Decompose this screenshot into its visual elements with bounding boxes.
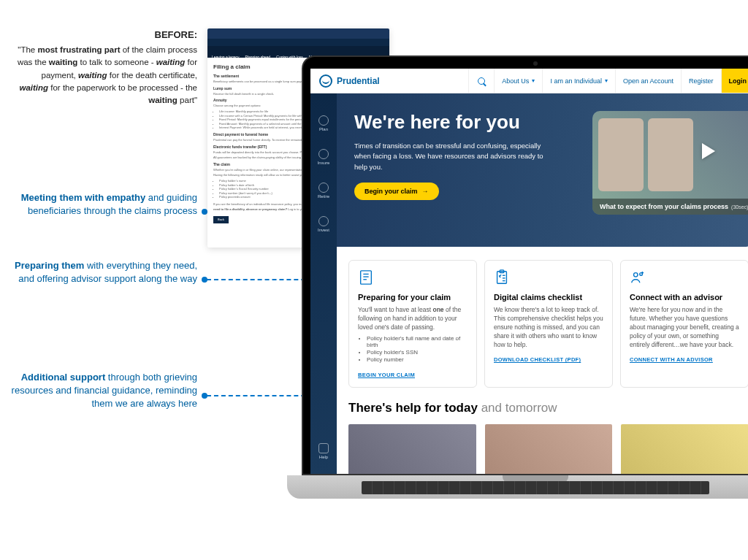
search-icon — [478, 77, 485, 85]
chevron-down-icon: ▾ — [532, 77, 535, 84]
before-label: BEFORE: — [155, 29, 198, 40]
card-title: Connect with an advisor — [630, 293, 739, 302]
callout-support: Additional support through both grieving… — [7, 371, 197, 411]
retire-icon — [318, 183, 329, 193]
svg-point-11 — [634, 273, 638, 277]
begin-claim-button[interactable]: Begin your claim→ — [354, 183, 439, 200]
sidebar: Plan Insure Retire Invest Help — [310, 93, 337, 474]
help-heading: There's help for today and tomorrow — [348, 401, 748, 415]
sidebar-item-help[interactable]: Help — [318, 443, 329, 459]
sidebar-item-insure[interactable]: Insure — [318, 149, 330, 165]
hero-body: Times of transition can be stressful and… — [354, 141, 544, 172]
camera-dot — [533, 61, 538, 66]
search-button[interactable] — [468, 69, 494, 93]
checklist-icon — [494, 269, 510, 287]
brand[interactable]: Prudential — [310, 74, 389, 88]
card-bullets: Policy holder's full name and date of bi… — [367, 335, 468, 363]
cards-row: Preparing for your claim You'll want to … — [337, 247, 748, 401]
sidebar-item-retire[interactable]: Retire — [318, 183, 329, 199]
help-image-grieving[interactable] — [348, 424, 476, 474]
top-nav: Prudential About Us▾ I am an Individual▾… — [310, 69, 748, 93]
card-body: You'll want to have at least one of the … — [358, 306, 468, 332]
card-link-connect-advisor[interactable]: CONNECT WITH AN ADVISOR — [630, 356, 713, 363]
card-advisor: Connect with an advisor We're here for y… — [620, 260, 748, 388]
svg-rect-0 — [361, 271, 372, 284]
before-quote: "The most frustrating part of the claim … — [11, 44, 197, 107]
help-image-support[interactable] — [621, 424, 748, 474]
document-icon — [358, 269, 374, 287]
help-section: There's help for today and tomorrow — [337, 401, 748, 474]
card-title: Digital claims checklist — [494, 293, 603, 302]
laptop-mockup: Prudential About Us▾ I am an Individual▾… — [302, 55, 748, 499]
card-link-download-checklist[interactable]: DOWNLOAD CHECKLIST (PDF) — [494, 356, 581, 363]
advisor-icon — [630, 269, 646, 287]
nav-persona-selector[interactable]: I am an Individual▾ — [542, 69, 615, 93]
laptop-keyboard — [287, 475, 748, 499]
nav-about-us[interactable]: About Us▾ — [494, 69, 542, 93]
video-caption: What to expect from your claims process(… — [592, 199, 748, 215]
nav-register[interactable]: Register — [681, 69, 721, 93]
help-icon — [318, 443, 329, 453]
invest-icon — [318, 216, 329, 226]
sidebar-item-plan[interactable]: Plan — [318, 115, 329, 131]
help-image-guidance[interactable] — [485, 424, 613, 474]
callout-empathy: Meeting them with empathy and guiding be… — [7, 191, 197, 218]
arrow-right-icon: → — [422, 188, 429, 195]
chevron-down-icon: ▾ — [605, 77, 608, 84]
card-body: We know there's a lot to keep track of. … — [494, 306, 603, 349]
insure-icon — [318, 149, 329, 159]
card-body: We're here for you now and in the future… — [630, 306, 739, 349]
hero: We're here for you Times of transition c… — [337, 93, 748, 247]
callout-preparing: Preparing them with everything they need… — [7, 259, 197, 285]
sidebar-item-invest[interactable]: Invest — [318, 216, 329, 232]
play-icon[interactable] — [702, 143, 715, 159]
brand-text: Prudential — [337, 76, 380, 86]
card-preparing: Preparing for your claim You'll want to … — [348, 260, 477, 388]
card-checklist: Digital claims checklist We know there's… — [484, 260, 613, 388]
card-link-begin-claim[interactable]: BEGIN YOUR CLAIM — [358, 372, 415, 378]
video-thumbnail — [598, 118, 693, 191]
svg-line-7 — [500, 275, 501, 276]
plan-icon — [318, 115, 329, 126]
card-title: Preparing for your claim — [358, 293, 468, 302]
nav-login[interactable]: Login → — [721, 69, 749, 93]
prudential-logo-icon — [319, 74, 332, 88]
video-card[interactable]: What to expect from your claims process(… — [592, 111, 748, 215]
nav-open-account[interactable]: Open an Account — [615, 69, 681, 93]
